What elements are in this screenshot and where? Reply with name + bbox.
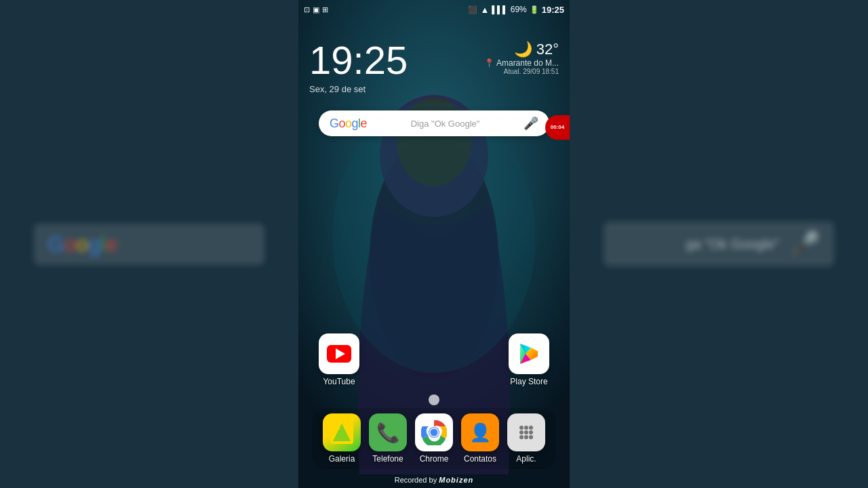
svg-point-17	[519, 430, 524, 434]
google-search-bar[interactable]: Google Diga "Ok Google" 🎤	[319, 110, 549, 136]
dock-row: Galeria 📞 Telefone	[312, 408, 556, 469]
apps-label: Aplic.	[516, 454, 536, 464]
app-apps[interactable]: Aplic.	[507, 413, 545, 464]
weather-widget: 🌙 32° 📍 Amarante do M... Atual. 29/09 18…	[484, 41, 559, 75]
youtube-icon	[319, 333, 359, 374]
bg-left-panel: Google	[0, 0, 298, 488]
svg-point-18	[524, 430, 528, 434]
chrome-icon	[415, 413, 453, 451]
apps-grid-svg	[515, 422, 537, 443]
clock-date: Sex, 29 de set	[309, 84, 408, 94]
galeria-svg	[330, 421, 353, 444]
status-icon-2: ▣	[313, 5, 319, 14]
clock-time: 19:25	[309, 41, 408, 80]
status-left: ⊡ ▣ ⊞	[304, 5, 328, 14]
bg-google-logo: Google	[47, 232, 117, 257]
weather-temp: 32°	[536, 41, 559, 58]
phone-content: 19:25 Sex, 29 de set 🌙 32° 📍 Amarante do…	[298, 0, 570, 488]
weather-update: Atual. 29/09 18:51	[504, 68, 559, 75]
home-dot	[429, 394, 439, 405]
svg-point-19	[529, 430, 533, 434]
app-contacts[interactable]: 👤 Contatos	[461, 413, 499, 464]
app-youtube[interactable]: YouTube	[319, 333, 359, 386]
contacts-label: Contatos	[464, 454, 496, 464]
app-row: YouTube	[298, 333, 570, 386]
weather-top: 🌙 32°	[514, 41, 559, 58]
recorded-by-label: Recorded by Mobizen	[395, 476, 473, 484]
playstore-label: Play Store	[510, 377, 547, 386]
clock-widget: 19:25 Sex, 29 de set	[309, 41, 408, 94]
phone-emoji: 📞	[376, 422, 400, 444]
galeria-label: Galeria	[329, 454, 355, 464]
svg-point-20	[519, 435, 524, 439]
chrome-label: Chrome	[420, 454, 449, 464]
bg-ok-google-text: ga "Ok Google"	[686, 237, 779, 252]
phone-screen: ⊡ ▣ ⊞ ⬛ ▲ ▌▌▌ 69% 🔋 19:25 19:25 Sex, 29 …	[298, 0, 570, 488]
svg-point-15	[524, 426, 528, 430]
youtube-play-button	[327, 345, 351, 363]
chrome-svg	[421, 420, 447, 445]
wifi-icon: ▲	[480, 5, 489, 15]
bg-right-panel: ga "Ok Google" 🎤	[570, 0, 868, 488]
app-galeria[interactable]: Galeria	[323, 413, 361, 464]
battery-percent: 69%	[511, 5, 527, 14]
weather-city: 📍 Amarante do M...	[484, 58, 559, 68]
phone-label: Telefone	[372, 454, 403, 464]
screen-cast-icon: ⬛	[468, 5, 477, 14]
home-indicator[interactable]	[429, 394, 439, 405]
playstore-icon	[509, 333, 549, 374]
contacts-emoji: 👤	[469, 422, 491, 443]
galeria-icon	[323, 413, 361, 451]
battery-icon: 🔋	[530, 5, 539, 14]
app-playstore[interactable]: Play Store	[509, 333, 549, 386]
status-time: 19:25	[542, 5, 564, 15]
location-icon: 📍	[484, 58, 494, 68]
signal-icon: ▌▌▌	[492, 5, 507, 14]
svg-point-8	[334, 425, 340, 430]
svg-point-16	[529, 426, 533, 430]
status-icon-1: ⊡	[304, 5, 310, 14]
status-icon-3: ⊞	[322, 5, 328, 14]
app-phone[interactable]: 📞 Telefone	[369, 413, 407, 464]
record-indicator: 00:04	[545, 115, 570, 140]
contacts-icon: 👤	[461, 413, 499, 451]
google-search-placeholder: Diga "Ok Google"	[367, 119, 524, 129]
google-logo: Google	[330, 117, 367, 131]
youtube-label: YouTube	[323, 377, 355, 386]
weather-icon: 🌙	[514, 41, 532, 58]
svg-point-21	[524, 435, 528, 439]
status-bar: ⊡ ▣ ⊞ ⬛ ▲ ▌▌▌ 69% 🔋 19:25	[298, 0, 570, 19]
svg-point-12	[431, 429, 438, 436]
svg-point-14	[519, 426, 524, 430]
phone-icon: 📞	[369, 413, 407, 451]
status-right: ⬛ ▲ ▌▌▌ 69% 🔋 19:25	[468, 5, 564, 15]
clock-area: 19:25 Sex, 29 de set 🌙 32° 📍 Amarante do…	[298, 41, 570, 94]
playstore-svg	[516, 341, 542, 367]
apps-icon	[507, 413, 545, 451]
bg-mic-icon: 🎤	[790, 230, 821, 258]
youtube-triangle	[336, 348, 345, 359]
app-chrome[interactable]: Chrome	[415, 413, 453, 464]
svg-point-22	[529, 435, 533, 439]
mic-icon[interactable]: 🎤	[524, 116, 538, 131]
